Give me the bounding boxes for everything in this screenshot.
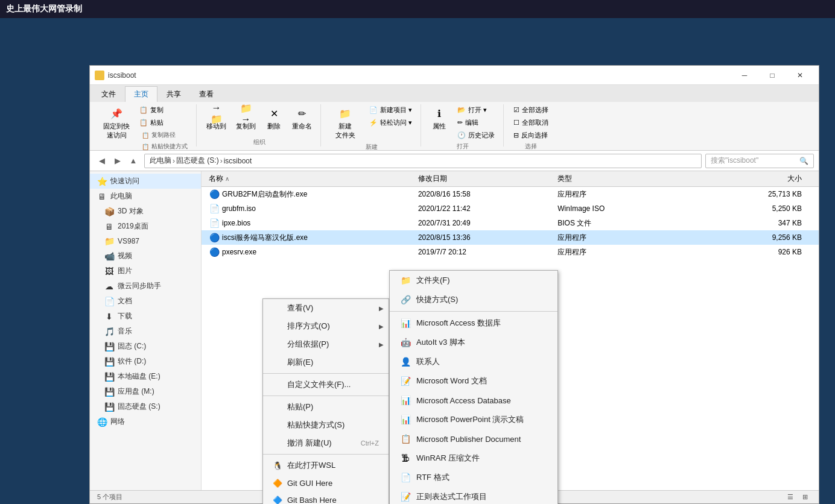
ctx-undo[interactable]: 撤消 新建(U) Ctrl+Z bbox=[263, 434, 389, 452]
copy-path-button[interactable]: 📋 复制路径 bbox=[138, 130, 191, 140]
sidebar-item-weiyun[interactable]: ☁ 微云同步助手 bbox=[90, 279, 201, 294]
tab-home[interactable]: 主页 bbox=[125, 86, 157, 102]
window-title: iscsiboot bbox=[108, 71, 136, 80]
select-none-button[interactable]: ☐ 全部取消 bbox=[510, 117, 552, 128]
new-folder-button[interactable]: 📁 新建文件夹 bbox=[327, 104, 363, 142]
history-button[interactable]: 🕐 历史记录 bbox=[454, 130, 498, 141]
minimize-button[interactable]: ─ bbox=[731, 66, 758, 85]
ctx-wsl-icon: 🐧 bbox=[273, 461, 282, 470]
sidebar-item-downloads[interactable]: ⬇ 下载 bbox=[90, 309, 201, 324]
sidebar-item-driveE[interactable]: 💾 本地磁盘 (E:) bbox=[90, 369, 201, 384]
sidebar: ⭐ 快速访问 🖥 此电脑 📦 3D 对象 🖥 2019桌面 📁 VS987 📹 bbox=[90, 171, 202, 490]
file-date-bios: 2020/7/31 20:49 bbox=[418, 219, 557, 227]
sidebar-item-pictures[interactable]: 🖼 图片 bbox=[90, 263, 201, 279]
col-header-date[interactable]: 修改日期 bbox=[418, 174, 557, 184]
file-type-pxe: 应用程序 bbox=[557, 247, 697, 257]
ctx-sort-icon bbox=[273, 321, 282, 331]
sub-word[interactable]: 📝 Microsoft Word 文档 bbox=[390, 371, 557, 391]
properties-icon: ℹ bbox=[432, 106, 446, 121]
search-box[interactable]: 搜索"iscsiboot" 🔍 bbox=[705, 154, 814, 168]
new-item-button[interactable]: 📄 新建项目 ▾ bbox=[366, 104, 416, 116]
forward-button[interactable]: ▶ bbox=[110, 154, 125, 168]
file-name-iscsi: iscsi服务端马塞汉化版.exe bbox=[222, 233, 308, 243]
open-button[interactable]: 📂 打开 ▾ bbox=[454, 104, 498, 116]
ctx-wsl[interactable]: 🐧 在此打开WSL bbox=[263, 456, 389, 474]
sidebar-item-thispc[interactable]: 🖥 此电脑 bbox=[90, 189, 201, 204]
sidebar-item-driveC[interactable]: 💾 固态 (C:) bbox=[90, 339, 201, 354]
tile-view-button[interactable]: ⊞ bbox=[798, 491, 811, 504]
pin-quickaccess-button[interactable]: 📌 固定到快速访问 bbox=[100, 104, 133, 142]
ribbon-open-items: ℹ 属性 📂 打开 ▾ ✏ 编辑 🕐 bbox=[427, 104, 498, 141]
tab-view[interactable]: 查看 bbox=[190, 86, 223, 102]
move-to-button[interactable]: →📁 移动到 bbox=[203, 104, 230, 133]
ctx-customize[interactable]: 自定义文件夹(F)... bbox=[263, 376, 389, 394]
select-all-button[interactable]: ☑ 全部选择 bbox=[510, 104, 552, 116]
sidebar-item-network[interactable]: 🌐 网络 bbox=[90, 414, 201, 429]
properties-button[interactable]: ℹ 属性 bbox=[427, 104, 451, 133]
file-row[interactable]: 🔵 pxesrv.exe 2019/7/7 20:12 应用程序 926 KB bbox=[202, 245, 819, 259]
invert-selection-button[interactable]: ⊟ 反向选择 bbox=[510, 130, 552, 141]
ctx-paste-shortcut[interactable]: 粘贴快捷方式(S) bbox=[263, 416, 389, 434]
detail-view-button[interactable]: ☰ bbox=[784, 491, 797, 504]
ctx-paste[interactable]: 粘贴(P) bbox=[263, 398, 389, 416]
sub-publisher[interactable]: 📋 Microsoft Publisher Document bbox=[390, 429, 557, 449]
address-path[interactable]: 此电脑 › 固态硬盘 (S:) › iscsiboot bbox=[144, 154, 702, 168]
copy-button[interactable]: 📋 复制 bbox=[136, 104, 191, 116]
sidebar-item-3d[interactable]: 📦 3D 对象 bbox=[90, 204, 201, 219]
sub-access-database[interactable]: 📊 Microsoft Access Database bbox=[390, 391, 557, 410]
sidebar-item-driveD[interactable]: 💾 软件 (D:) bbox=[90, 354, 201, 369]
sidebar-item-music[interactable]: 🎵 音乐 bbox=[90, 324, 201, 339]
col-header-type[interactable]: 类型 bbox=[557, 174, 697, 184]
ctx-refresh[interactable]: 刷新(E) bbox=[263, 353, 389, 371]
col-header-size[interactable]: 大小 bbox=[697, 174, 814, 184]
sub-powerpoint[interactable]: 📊 Microsoft PowerPoint 演示文稿 bbox=[390, 410, 557, 429]
sidebar-item-driveM[interactable]: 💾 应用盘 (M:) bbox=[90, 384, 201, 399]
sidebar-item-vs987[interactable]: 📁 VS987 bbox=[90, 234, 201, 248]
maximize-button[interactable]: □ bbox=[758, 66, 786, 85]
tab-share[interactable]: 共享 bbox=[157, 86, 190, 102]
sidebar-item-video[interactable]: 📹 视频 bbox=[90, 248, 201, 263]
sub-shortcut-icon: 🔗 bbox=[399, 294, 411, 306]
top-bar-title: 史上最伟大网管录制 bbox=[6, 4, 82, 14]
sub-shortcut[interactable]: 🔗 快捷方式(S) bbox=[390, 290, 557, 309]
sub-sep1 bbox=[390, 311, 557, 312]
ctx-git-gui[interactable]: 🔶 Git GUI Here bbox=[263, 474, 389, 491]
col-header-name[interactable]: 名称 ∧ bbox=[206, 174, 418, 184]
tab-file[interactable]: 文件 bbox=[92, 86, 125, 102]
edit-button[interactable]: ✏ 编辑 bbox=[454, 117, 498, 128]
sidebar-item-driveS[interactable]: 💾 固态硬盘 (S:) bbox=[90, 399, 201, 414]
delete-button[interactable]: ✕ 删除 bbox=[262, 104, 286, 133]
sidebar-item-desktop[interactable]: 🖥 2019桌面 bbox=[90, 219, 201, 234]
ctx-sort[interactable]: 排序方式(O) bbox=[263, 317, 389, 335]
close-button[interactable]: ✕ bbox=[786, 66, 814, 85]
paste-button[interactable]: 📋 粘贴 bbox=[136, 117, 191, 128]
back-button[interactable]: ◀ bbox=[95, 154, 109, 168]
sidebar-item-quickaccess[interactable]: ⭐ 快速访问 bbox=[90, 174, 201, 189]
sub-rtf[interactable]: 📄 RTF 格式 bbox=[390, 468, 557, 487]
driveS-icon: 💾 bbox=[104, 402, 114, 412]
ctx-group[interactable]: 分组依据(P) bbox=[263, 335, 389, 353]
submenu-new: 📁 文件夹(F) 🔗 快捷方式(S) 📊 Microsoft Access 数据… bbox=[389, 270, 558, 504]
sub-winrar[interactable]: 🗜 WinRAR 压缩文件 bbox=[390, 449, 557, 468]
sub-autoit[interactable]: 🤖 AutoIt v3 脚本 bbox=[390, 333, 557, 352]
ctx-view[interactable]: 查看(V) bbox=[263, 299, 389, 317]
sub-regex[interactable]: 📝 正则表达式工作项目 bbox=[390, 487, 557, 504]
ctx-git-gui-icon: 🔶 bbox=[273, 478, 282, 488]
sub-folder-icon: 📁 bbox=[399, 274, 411, 286]
path-pc: 此电脑 bbox=[150, 156, 171, 166]
sub-folder[interactable]: 📁 文件夹(F) bbox=[390, 271, 557, 290]
ctx-git-bash[interactable]: 🔷 Git Bash Here bbox=[263, 491, 389, 504]
sub-contact[interactable]: 👤 联系人 bbox=[390, 352, 557, 371]
up-button[interactable]: ▲ bbox=[126, 154, 141, 168]
sub-access-db[interactable]: 📊 Microsoft Access 数据库 bbox=[390, 313, 557, 333]
file-row-selected[interactable]: 🔵 iscsi服务端马塞汉化版.exe 2020/8/15 13:36 应用程序… bbox=[202, 230, 819, 245]
rename-button[interactable]: ✏ 重命名 bbox=[288, 104, 316, 133]
file-row[interactable]: 🔵 GRUB2FM启动盘制作.exe 2020/8/16 15:58 应用程序 … bbox=[202, 187, 819, 201]
easy-access-button[interactable]: ⚡ 轻松访问 ▾ bbox=[366, 117, 416, 128]
ctx-customize-icon bbox=[273, 380, 282, 389]
sidebar-item-docs[interactable]: 📄 文档 bbox=[90, 294, 201, 309]
copy-to-button[interactable]: 📁→ 复制到 bbox=[232, 104, 259, 133]
weiyun-icon: ☁ bbox=[104, 282, 114, 291]
file-row[interactable]: 📄 grubfm.iso 2020/1/22 11:42 WinImage IS… bbox=[202, 201, 819, 216]
file-row[interactable]: 📄 ipxe.bios 2020/7/31 20:49 BIOS 文件 347 … bbox=[202, 216, 819, 230]
